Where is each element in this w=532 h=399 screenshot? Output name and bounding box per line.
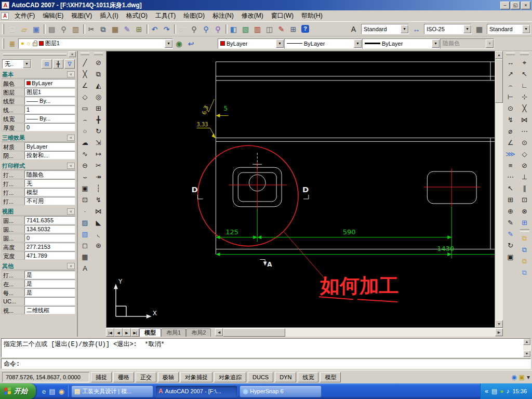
- explode-button[interactable]: ⊛: [92, 240, 104, 251]
- scroll-left-icon[interactable]: ◀: [215, 328, 223, 336]
- tab-nav-button[interactable]: |◀: [106, 328, 114, 337]
- break-at-point-button[interactable]: ┆: [92, 182, 104, 194]
- spline-button[interactable]: ∿: [79, 148, 91, 159]
- snap-midpoint-button[interactable]: ⊹: [518, 91, 530, 102]
- publish-button[interactable]: ▥: [70, 23, 82, 35]
- polygon-button[interactable]: ◇: [79, 91, 91, 102]
- toolbar-grip[interactable]: [520, 52, 529, 55]
- dim-style-icon[interactable]: ↔: [410, 23, 422, 35]
- menu-item[interactable]: 标注(N): [209, 10, 237, 22]
- arc-length-dimension-button[interactable]: ⌢: [504, 79, 516, 91]
- dimension-style-button[interactable]: ▣: [504, 251, 516, 262]
- minimize-button[interactable]: –: [500, 2, 510, 9]
- selection-combo[interactable]: 无.. ▾: [2, 59, 31, 69]
- dropdown-arrow-icon[interactable]: ▾: [165, 39, 172, 48]
- quick-leader-button[interactable]: ↖: [504, 182, 516, 194]
- quick-select-button[interactable]: ∇: [64, 59, 75, 69]
- table-style-combo[interactable]: Standard ▾: [487, 24, 530, 34]
- new-button[interactable]: □: [6, 23, 18, 35]
- scroll-right-icon[interactable]: ▶: [495, 328, 503, 336]
- menu-item[interactable]: 编辑(E): [39, 10, 67, 22]
- dropdown-arrow-icon[interactable]: ▾: [522, 25, 530, 33]
- palette-header[interactable]: ×: [0, 51, 77, 58]
- draw-order-bring-to-front-button[interactable]: ⧉: [518, 232, 530, 244]
- horizontal-scrollbar[interactable]: ◀ ▶: [215, 328, 503, 337]
- snap-quadrant-button[interactable]: ◇: [518, 148, 530, 159]
- close-button[interactable]: ×: [521, 2, 530, 9]
- erase-button[interactable]: ⊘: [92, 57, 104, 68]
- property-row[interactable]: 圆...0: [2, 234, 75, 242]
- construction-line-button[interactable]: ╳: [79, 68, 91, 79]
- property-row[interactable]: 线宽—— By...: [2, 114, 75, 123]
- coordinate-readout[interactable]: 7087.5726, 154.8637, 0.0000: [2, 372, 89, 382]
- property-row[interactable]: 每...是: [2, 288, 75, 297]
- property-row[interactable]: 阴...投射和...: [2, 151, 75, 159]
- property-row[interactable]: 打...随颜色: [2, 170, 75, 179]
- mirror-button[interactable]: ◭: [92, 79, 104, 91]
- ordinate-dimension-button[interactable]: ⊢: [504, 91, 516, 102]
- linear-dimension-button[interactable]: ↔: [504, 57, 516, 68]
- toggle-pickadd-button[interactable]: ⊞: [42, 59, 52, 69]
- open-button[interactable]: ▱: [18, 23, 30, 35]
- layout-tab[interactable]: 布局2: [186, 328, 211, 337]
- cut-button[interactable]: ✂: [85, 23, 97, 35]
- toolbar-grip[interactable]: [2, 24, 4, 34]
- menu-item[interactable]: 修改(M): [238, 10, 267, 22]
- volume-tray-icon[interactable]: ♪: [506, 388, 509, 394]
- dropdown-arrow-icon[interactable]: ▾: [276, 39, 284, 48]
- extend-button[interactable]: ↠: [92, 171, 104, 182]
- taskbar-task-button[interactable]: ◉HyperSnap 6: [240, 385, 322, 397]
- chamfer-button[interactable]: ◣: [92, 217, 104, 228]
- redo-button[interactable]: ↷: [161, 23, 172, 35]
- table-style-icon[interactable]: ▦: [473, 23, 485, 35]
- toolbar-lock-icon[interactable]: ▣: [519, 374, 525, 380]
- menu-item[interactable]: 文件(F): [11, 10, 38, 22]
- layout-tab[interactable]: 模型: [139, 328, 161, 337]
- shield-tray-icon[interactable]: ●: [500, 388, 503, 394]
- ellipse-button[interactable]: ⊖: [79, 159, 91, 171]
- layout-tab[interactable]: 布局1: [161, 328, 186, 337]
- vertical-scrollbar[interactable]: ▲ ▼: [495, 51, 503, 328]
- property-row[interactable]: 圆...7141.6355: [2, 216, 75, 224]
- dropdown-arrow-icon[interactable]: ▾: [354, 39, 362, 48]
- collapse-icon[interactable]: «: [67, 208, 75, 215]
- stretch-button[interactable]: ↦: [92, 148, 104, 159]
- toolbar-grip[interactable]: [81, 52, 89, 55]
- plot-preview-button[interactable]: ⚲: [58, 23, 70, 35]
- markup-set-manager-button[interactable]: ✎: [275, 23, 287, 35]
- snap-perpendicular-button[interactable]: ⊥: [518, 171, 530, 182]
- menu-item[interactable]: 工具(T): [152, 10, 179, 22]
- toolbar-grip[interactable]: [94, 52, 103, 55]
- properties-button[interactable]: ◧: [228, 23, 240, 35]
- dropdown-arrow-icon[interactable]: ▾: [23, 60, 31, 68]
- snap-extension-button[interactable]: ⋯: [518, 125, 530, 137]
- gradient-button[interactable]: ▧: [79, 228, 91, 240]
- osnap-settings-button[interactable]: ⊞: [518, 217, 530, 228]
- tab-nav-button[interactable]: ◀: [114, 328, 123, 337]
- angular-dimension-button[interactable]: ∠: [504, 137, 516, 148]
- make-object-layer-current-button[interactable]: ◉: [173, 38, 185, 49]
- collapse-icon[interactable]: «: [67, 163, 75, 169]
- start-button[interactable]: 开始: [0, 383, 36, 399]
- make-block-button[interactable]: ⊡: [79, 194, 91, 205]
- printer-tray-icon[interactable]: ▤: [491, 388, 497, 394]
- scale-button[interactable]: ⇲: [92, 137, 104, 148]
- status-toggle-button[interactable]: 正交: [136, 372, 156, 382]
- polyline-button[interactable]: ∠: [79, 79, 91, 91]
- model-canvas[interactable]: 如何加工 125 590 1430: [106, 51, 495, 328]
- tolerance-button[interactable]: ⊞: [504, 194, 516, 205]
- taskbar-task-button[interactable]: ▤工装夹具设计 | 模...: [71, 385, 153, 397]
- property-row[interactable]: 线...1: [2, 105, 75, 114]
- temporary-track-point-button[interactable]: ⌖: [518, 57, 530, 68]
- property-row[interactable]: UC...: [2, 297, 75, 305]
- command-input-line[interactable]: 命令:: [1, 358, 531, 369]
- status-toggle-button[interactable]: 栅格: [113, 372, 134, 382]
- break-button[interactable]: ↯: [92, 194, 104, 205]
- property-row[interactable]: 高度277.2153: [2, 243, 75, 251]
- menu-item[interactable]: 视图(V): [68, 10, 96, 22]
- layer-previous-button[interactable]: ↩: [185, 38, 197, 49]
- diameter-dimension-button[interactable]: ⌀: [504, 125, 516, 137]
- snap-apparent-intersection-button[interactable]: ⋈: [518, 114, 530, 125]
- select-objects-button[interactable]: ╋: [53, 59, 63, 69]
- baseline-dimension-button[interactable]: ≡: [504, 159, 516, 171]
